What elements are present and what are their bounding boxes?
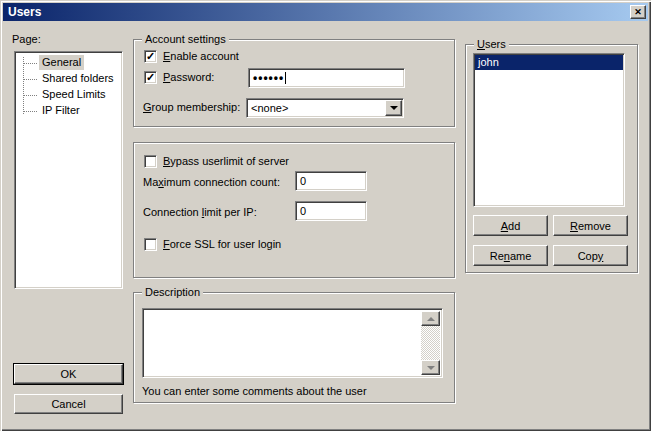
add-user-button-label: Add: [501, 220, 521, 232]
group-membership-label: Group membership:: [143, 101, 240, 114]
checkmark-icon: ✓: [146, 72, 155, 83]
description-scrollbar[interactable]: [421, 311, 440, 375]
users-list[interactable]: john: [473, 53, 625, 207]
users-list-items: john: [475, 55, 623, 205]
group-membership-select[interactable]: <none>: [246, 98, 404, 118]
chevron-down-icon: [390, 106, 398, 110]
titlebar[interactable]: Users ✕: [3, 3, 648, 21]
page-label: Page:: [12, 33, 41, 46]
page-tree-item[interactable]: Shared folders: [16, 71, 121, 87]
page-tree[interactable]: General Shared folders Speed Limits: [14, 51, 123, 289]
add-user-button[interactable]: Add: [473, 215, 548, 236]
max-connection-count-label: Maximum connection count:: [143, 176, 280, 189]
remove-user-button[interactable]: Remove: [553, 215, 628, 236]
max-connection-count-value: 0: [300, 175, 306, 187]
users-group-title: Users: [474, 38, 509, 51]
arrow-down-icon: [427, 366, 435, 370]
user-list-item[interactable]: john: [475, 55, 623, 70]
connection-limit-per-ip-input[interactable]: 0: [295, 201, 367, 221]
tree-branch-line: [23, 87, 37, 96]
cancel-button[interactable]: Cancel: [14, 394, 123, 414]
bypass-userlimit-checkbox[interactable]: [144, 155, 157, 168]
text-caret: [285, 72, 286, 84]
connection-limit-per-ip-value: 0: [300, 205, 306, 217]
ok-button[interactable]: OK: [14, 364, 123, 384]
page-tree-item[interactable]: IP Filter: [16, 103, 121, 119]
rename-user-button-label: Rename: [490, 250, 532, 262]
bypass-userlimit-label: Bypass userlimit of server: [163, 155, 289, 168]
page-tree-item-label: Speed Limits: [39, 87, 109, 102]
rename-user-button[interactable]: Rename: [473, 245, 548, 266]
password-checkbox[interactable]: ✓: [144, 71, 157, 84]
force-ssl-checkbox[interactable]: [144, 238, 157, 251]
close-icon: ✕: [634, 8, 642, 17]
password-label: Password:: [163, 71, 214, 84]
copy-user-button[interactable]: Copy: [553, 245, 628, 266]
close-button[interactable]: ✕: [630, 5, 646, 19]
page-tree-inner: General Shared folders Speed Limits: [16, 53, 121, 287]
force-ssl-label: Force SSL for user login: [163, 238, 281, 251]
page-tree-item-label: IP Filter: [39, 103, 83, 118]
scroll-down-button[interactable]: [421, 360, 440, 375]
checkmark-icon: ✓: [146, 51, 155, 62]
user-list-item-label: john: [478, 56, 499, 68]
enable-account-label: Enable account: [163, 50, 239, 63]
description-textarea[interactable]: [142, 308, 443, 378]
description-title: Description: [142, 286, 203, 299]
arrow-up-icon: [427, 317, 435, 321]
page-tree-items: General Shared folders Speed Limits: [16, 55, 121, 119]
group-membership-dropdown-button[interactable]: [385, 100, 402, 116]
ok-button-label: OK: [61, 368, 77, 380]
copy-user-button-label: Copy: [578, 250, 604, 262]
tree-branch-line: [23, 71, 37, 80]
window-title: Users: [3, 5, 41, 19]
enable-account-checkbox[interactable]: ✓: [144, 50, 157, 63]
remove-user-button-label: Remove: [570, 220, 611, 232]
cancel-button-label: Cancel: [51, 398, 85, 410]
page-tree-item-label: Shared folders: [39, 71, 117, 86]
page-tree-item-label: General: [39, 55, 84, 70]
group-membership-value: <none>: [251, 102, 288, 115]
users-dialog: Users ✕ Page: General Shared folders: [0, 0, 651, 431]
page-tree-item[interactable]: Speed Limits: [16, 87, 121, 103]
password-masked-value: ••••••: [253, 73, 284, 83]
max-connection-count-input[interactable]: 0: [295, 171, 367, 191]
scroll-up-button[interactable]: [421, 311, 440, 326]
page-tree-item[interactable]: General: [16, 55, 121, 71]
description-hint: You can enter some comments about the us…: [142, 385, 367, 398]
password-input[interactable]: ••••••: [248, 68, 405, 88]
connection-limit-per-ip-label: Connection limit per IP:: [143, 206, 257, 219]
tree-branch-line: [23, 103, 37, 112]
tree-branch-line: [23, 55, 37, 64]
account-settings-title: Account settings: [142, 33, 229, 46]
